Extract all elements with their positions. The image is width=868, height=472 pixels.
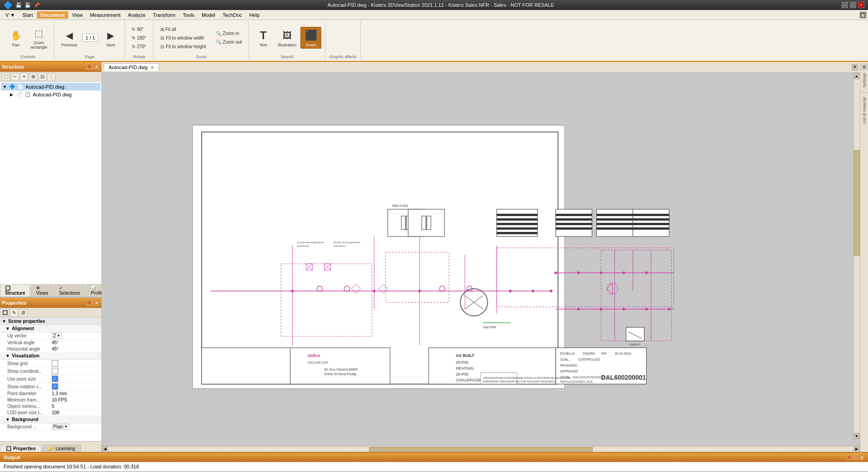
menu-transform[interactable]: Transform [149,11,179,19]
scene-props-section[interactable]: ▼ Scene properties [0,318,101,325]
ribbon-toggle[interactable]: ▲ [860,12,866,18]
doc-tab-main[interactable]: Autocad-PID.dwg ✕ [104,63,159,71]
tab-properties[interactable]: 🔲 Properties [0,445,41,452]
h-scroll-track[interactable] [108,447,853,452]
props-btn-1[interactable]: 🔲 [1,309,9,317]
pan-button[interactable]: ✋ Pan [5,27,26,49]
tree-item-child-label: Autocad-PID.dwg [33,92,72,97]
ribbon-group-rotate: ↻ 90° ↻ 180° ↻ 270° Rotate [125,21,153,60]
alignment-section[interactable]: ▼ Alignment [0,325,101,332]
tree-toggle-root[interactable]: ▼ [3,85,7,89]
use-point-size-checkbox[interactable] [52,376,58,382]
menu-start[interactable]: Start [19,11,36,19]
tree-item-root[interactable]: ▼ 🔷 📄 Autocad-PID.dwg [1,83,100,90]
structure-title: Structure [2,64,24,70]
struct-btn-3[interactable]: + [20,73,28,81]
viewport-menu-btn[interactable]: ▼ [852,64,858,70]
svg-rect-21 [556,223,592,225]
tree-item-child[interactable]: ▶ 📄 📋 Autocad-PID.dwg [1,90,100,98]
svg-text:FAH-H-001: FAH-H-001 [392,204,408,207]
min-framerate-label: Minimum fram... [2,397,52,402]
show-rotation-label: Show rotation c... [2,384,52,389]
menu-document[interactable]: Document [37,11,69,19]
minimize-button[interactable]: ─ [842,2,848,8]
svg-text:DS/DRA: DS/DRA [583,352,595,355]
v-scroll-thumb[interactable] [854,150,860,256]
doc-tab-close[interactable]: ✕ [150,65,154,70]
scroll-right-btn[interactable]: ▶ [853,446,860,452]
show-rotation-checkbox[interactable] [52,383,58,390]
menu-tools[interactable]: Tools [179,11,198,19]
menu-measurement[interactable]: Measurement [86,11,124,19]
show-grid-checkbox[interactable] [52,360,58,367]
struct-btn-1[interactable]: ⬚ [2,73,10,81]
tab-licensing[interactable]: 🔑 Licensing [42,445,80,452]
rotate-270-button[interactable]: ↻ 270° [129,43,149,50]
tab-structure[interactable]: 🔲 Structure [0,284,30,296]
settings-btn[interactable]: ⚙ [861,64,868,70]
tab-views[interactable]: 👁 Views [31,284,53,296]
background-section[interactable]: ▼ Background [0,416,101,423]
properties-tab-icon: 🔲 [6,446,11,451]
props-btn-2[interactable]: ✎ [10,309,18,317]
fit-all-button[interactable]: ⊞ Fit all [157,25,209,33]
next-button[interactable]: ▶ Next [100,27,121,49]
zoom-rectangle-button[interactable]: ⬚ Zoomrectangle [27,25,50,51]
menu-techdoc[interactable]: TechDoc [219,11,246,19]
output-pin-btn[interactable]: 📌 [846,455,852,460]
settings-label[interactable]: Settings [862,71,867,90]
lod-pixel-value: 100 [52,410,100,415]
views-icon: 👁 [36,286,40,291]
rotate-90-button[interactable]: ↻ 90° [129,25,147,33]
svg-point-77 [623,271,625,274]
props-btn-3[interactable]: ☰ [19,309,27,317]
next-label: Next [106,43,115,47]
fit-height-button[interactable]: ⊡ Fit to window height [157,43,209,50]
output-expand-btn[interactable]: □ [853,455,858,460]
svg-point-78 [645,271,648,274]
struct-btn-5[interactable]: ⊡ [38,73,46,81]
close-button[interactable]: ✕ [858,2,864,8]
struct-btn-6[interactable]: ⋮ [47,73,55,81]
svg-rect-30 [633,218,669,221]
tree-toggle-child[interactable]: ▶ [10,92,15,97]
text-search-button[interactable]: T Text [253,27,274,49]
svg-text:AS BUILT: AS BUILT [456,353,474,358]
vertical-angle-label: Vertical angle [2,340,52,345]
scroll-left-btn[interactable]: ◀ [102,446,108,452]
props-pin-button[interactable]: 📌 [86,300,92,306]
menu-help[interactable]: Help [246,11,264,19]
structure-close-button[interactable]: ✕ [93,64,100,70]
v-scrollbar[interactable]: ▲ ▼ [853,73,860,439]
rotate-180-button[interactable]: ↻ 180° [129,34,149,42]
materials-label[interactable]: List of material [862,95,867,126]
output-close-btn[interactable]: ✕ [859,455,864,460]
invert-button[interactable]: ⬛ Invert [300,27,321,49]
background-dropdown[interactable]: Plain ▼ [52,424,69,430]
v-scroll-track[interactable] [854,79,860,433]
visualization-section[interactable]: ▼ Visualization [0,352,101,360]
restore-button[interactable]: □ [850,2,856,8]
background-title: Background [12,417,38,422]
viewport[interactable]: FAH-H-001 Sonde de température extérieur… [102,73,860,446]
menu-v[interactable]: V ▼ [2,11,19,19]
up-vector-dropdown[interactable]: Z ▼ [52,333,62,339]
scroll-up-btn[interactable]: ▲ [854,73,859,79]
scroll-down-btn[interactable]: ▼ [854,433,859,439]
zoom-rect-label: Zoomrectangle [30,40,47,50]
show-coordinat-checkbox[interactable] [52,368,58,374]
props-close-button[interactable]: ✕ [93,300,100,306]
illustration-button[interactable]: 🖼 Illustration [274,27,299,49]
zoom-out-button[interactable]: 🔍 Zoom out [213,38,245,46]
tab-selections[interactable]: ✓ Selections [54,284,85,296]
struct-btn-2[interactable]: − [11,73,19,81]
previous-button[interactable]: ◀ Previous [58,27,80,49]
menu-view[interactable]: View [68,11,86,19]
h-scroll-thumb[interactable] [369,447,593,452]
zoom-in-button[interactable]: 🔍 Zoom in [213,30,245,37]
menu-analyze[interactable]: Analyze [124,11,149,19]
menu-model[interactable]: Model [198,11,219,19]
struct-btn-4[interactable]: ⊟ [29,73,37,81]
fit-width-button[interactable]: ⊟ Fit to window width [157,34,209,42]
structure-pin-button[interactable]: 📌 [86,64,92,70]
